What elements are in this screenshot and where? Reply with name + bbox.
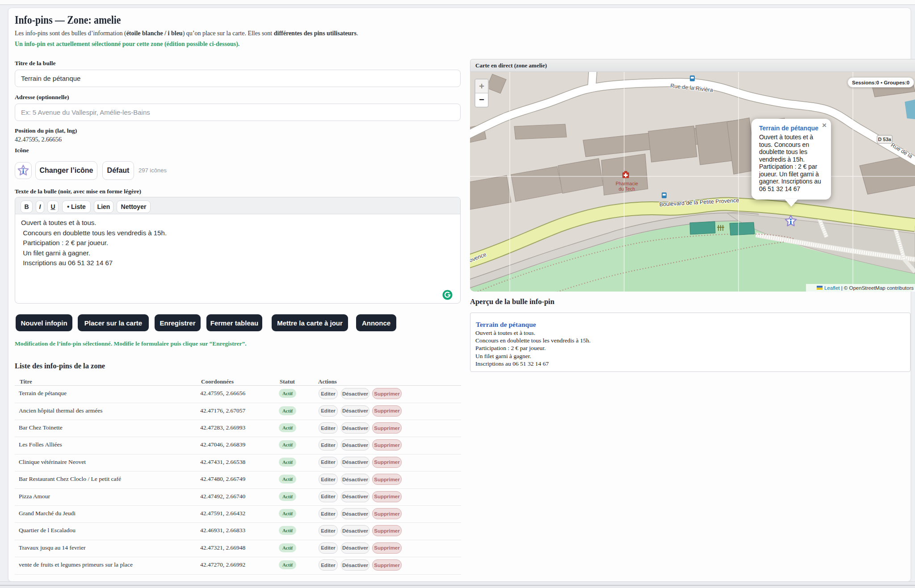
svg-text:D 53a: D 53a <box>878 137 891 142</box>
svg-text:Pharmacie: Pharmacie <box>616 181 638 186</box>
svg-text:du Tech: du Tech <box>619 186 635 192</box>
